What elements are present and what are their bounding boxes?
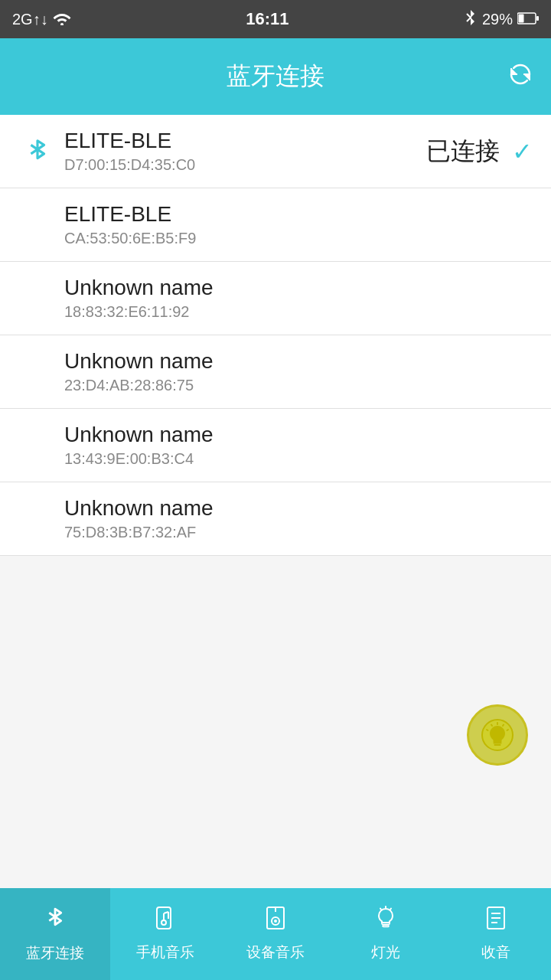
status-left: 2G↑↓ — [12, 10, 71, 29]
device-info-unknown-2: Unknown name 23:D4:AB:28:86:75 — [57, 349, 533, 394]
device-mac: D7:00:15:D4:35:C0 — [64, 156, 426, 174]
device-mac: 18:83:32:E6:11:92 — [64, 303, 533, 321]
svg-line-25 — [380, 909, 381, 910]
device-mac: CA:53:50:6E:B5:F9 — [64, 230, 533, 247]
svg-line-8 — [503, 725, 504, 727]
nav-item-collect[interactable]: 收音 — [441, 888, 551, 980]
refresh-button[interactable] — [508, 62, 533, 92]
nav-item-light[interactable]: 灯光 — [331, 888, 441, 980]
device-info-elite-ble-1: ELITE-BLE D7:00:15:D4:35:C0 — [57, 129, 426, 174]
device-name: Unknown name — [64, 349, 533, 374]
nav-label-bluetooth: 蓝牙连接 — [26, 943, 84, 963]
svg-rect-3 — [519, 14, 524, 22]
bottom-navigation: 蓝牙连接 手机音乐 设备音乐 — [0, 888, 551, 980]
svg-point-13 — [161, 920, 166, 925]
bluetooth-nav-icon — [43, 905, 67, 939]
page-title: 蓝牙连接 — [227, 60, 324, 93]
nav-label-light: 灯光 — [371, 942, 400, 962]
nav-label-collect: 收音 — [481, 942, 510, 962]
device-item-unknown-1[interactable]: Unknown name 18:83:32:E6:11:92 — [0, 262, 551, 335]
content-area: ELITE-BLE D7:00:15:D4:35:C0 已连接 ✓ ELITE-… — [0, 115, 551, 888]
floating-bulb-button[interactable] — [467, 704, 528, 766]
header: 蓝牙连接 — [0, 38, 551, 115]
device-status-connected: 已连接 ✓ — [426, 135, 533, 168]
nav-item-phone-music[interactable]: 手机音乐 — [110, 888, 220, 980]
phone-music-nav-icon — [154, 906, 177, 938]
device-bluetooth-icon — [18, 136, 57, 167]
device-name: Unknown name — [64, 276, 533, 300]
battery-percent: 29% — [482, 11, 513, 28]
device-info-unknown-4: Unknown name 75:D8:3B:B7:32:AF — [57, 496, 533, 541]
device-mac: 75:D8:3B:B7:32:AF — [64, 524, 533, 541]
device-music-nav-icon — [265, 906, 286, 938]
signal-icon: 2G↑↓ — [12, 11, 48, 28]
battery-icon — [517, 11, 539, 28]
svg-rect-5 — [494, 742, 502, 744]
device-info-unknown-1: Unknown name 18:83:32:E6:11:92 — [57, 276, 533, 321]
device-item-elite-ble-1[interactable]: ELITE-BLE D7:00:15:D4:35:C0 已连接 ✓ — [0, 115, 551, 188]
svg-line-24 — [390, 909, 391, 910]
collect-nav-icon — [485, 906, 507, 938]
svg-rect-22 — [383, 926, 389, 927]
svg-line-9 — [507, 730, 509, 730]
device-name: ELITE-BLE — [64, 129, 426, 153]
svg-line-11 — [487, 730, 488, 730]
device-name: Unknown name — [64, 423, 533, 447]
nav-item-device-music[interactable]: 设备音乐 — [220, 888, 331, 980]
device-item-unknown-2[interactable]: Unknown name 23:D4:AB:28:86:75 — [0, 335, 551, 409]
svg-point-19 — [274, 920, 277, 923]
svg-line-10 — [491, 725, 492, 727]
svg-point-0 — [60, 23, 64, 25]
nav-item-bluetooth[interactable]: 蓝牙连接 — [0, 888, 110, 980]
device-item-unknown-3[interactable]: Unknown name 13:43:9E:00:B3:C4 — [0, 409, 551, 482]
light-nav-icon — [375, 906, 396, 938]
device-item-unknown-4[interactable]: Unknown name 75:D8:3B:B7:32:AF — [0, 482, 551, 556]
device-name: Unknown name — [64, 496, 533, 521]
device-info-unknown-3: Unknown name 13:43:9E:00:B3:C4 — [57, 423, 533, 468]
device-mac: 13:43:9E:00:B3:C4 — [64, 450, 533, 468]
device-list: ELITE-BLE D7:00:15:D4:35:C0 已连接 ✓ ELITE-… — [0, 115, 551, 556]
check-icon: ✓ — [512, 137, 533, 166]
svg-rect-21 — [382, 923, 390, 925]
wifi-icon — [53, 10, 71, 29]
status-time: 16:11 — [246, 9, 289, 29]
device-name: ELITE-BLE — [64, 202, 533, 227]
device-item-elite-ble-2[interactable]: ELITE-BLE CA:53:50:6E:B5:F9 — [0, 188, 551, 262]
status-right: 29% — [464, 9, 539, 30]
bluetooth-status-icon — [464, 9, 478, 30]
nav-label-phone-music: 手机音乐 — [136, 942, 194, 962]
device-mac: 23:D4:AB:28:86:75 — [64, 377, 533, 394]
connected-label: 已连接 — [426, 135, 500, 168]
status-bar: 2G↑↓ 16:11 29% — [0, 0, 551, 38]
svg-rect-2 — [536, 16, 539, 21]
nav-label-device-music: 设备音乐 — [246, 942, 305, 962]
svg-rect-6 — [494, 744, 501, 746]
device-info-elite-ble-2: ELITE-BLE CA:53:50:6E:B5:F9 — [57, 202, 533, 247]
